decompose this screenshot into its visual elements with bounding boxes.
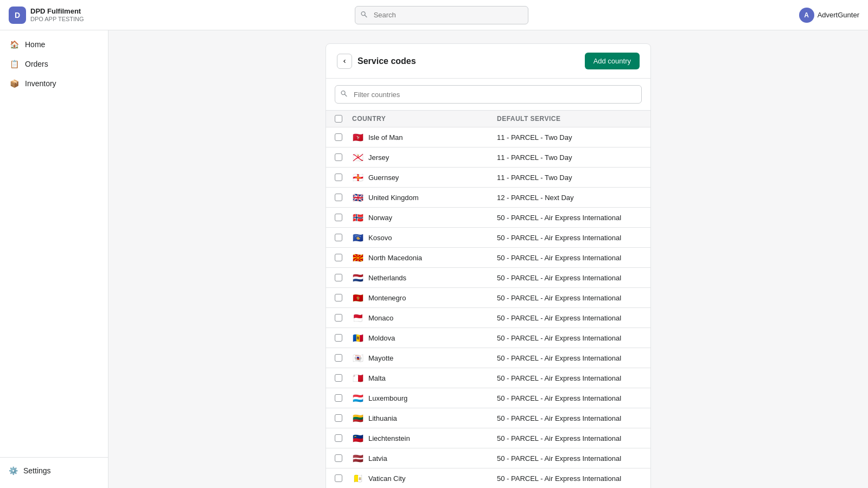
table-row: 🇬🇬 Guernsey 11 - PARCEL - Two Day: [326, 168, 650, 188]
orders-icon: 📋: [9, 59, 20, 69]
flag-icon-0: 🇮🇲: [352, 133, 364, 142]
sidebar-item-orders[interactable]: 📋 Orders: [0, 54, 108, 74]
row-checkbox-cell-5: [335, 234, 352, 241]
filter-search-icon: [340, 90, 348, 99]
topbar-search: [355, 6, 528, 24]
sidebar-nav: 🏠 Home 📋 Orders 📦 Inventory: [0, 35, 108, 93]
service-cell-7: 50 - PARCEL - Air Express International: [497, 274, 642, 282]
row-checkbox-cell-0: [335, 133, 352, 141]
inventory-icon: 📦: [9, 78, 20, 89]
flag-icon-11: 🇾🇹: [352, 354, 364, 362]
service-value-10: 50 - PARCEL - Air Express International: [497, 334, 621, 342]
service-value-0: 11 - PARCEL - Two Day: [497, 133, 572, 142]
table-row: 🇲🇪 Montenegro 50 - PARCEL - Air Express …: [326, 288, 650, 308]
row-checkbox-14[interactable]: [335, 414, 342, 422]
row-checkbox-cell-13: [335, 394, 352, 402]
service-value-11: 50 - PARCEL - Air Express International: [497, 354, 621, 362]
service-value-15: 50 - PARCEL - Air Express International: [497, 434, 621, 442]
flag-icon-9: 🇲🇨: [352, 313, 364, 322]
search-input[interactable]: [355, 6, 528, 24]
country-table-body: 🇮🇲 Isle of Man 11 - PARCEL - Two Day 🇯🇪 …: [326, 127, 650, 488]
row-checkbox-17[interactable]: [335, 474, 342, 482]
table-row: 🇱🇻 Latvia 50 - PARCEL - Air Express Inte…: [326, 448, 650, 468]
row-checkbox-cell-11: [335, 354, 352, 362]
topbar-left: D DPD Fulfilment DPO APP TESTING: [9, 7, 84, 24]
country-name-5: Kosovo: [368, 234, 392, 242]
table-row: 🇱🇮 Liechtenstein 50 - PARCEL - Air Expre…: [326, 428, 650, 448]
row-checkbox-cell-15: [335, 434, 352, 442]
country-name-11: Mayotte: [368, 354, 393, 362]
main-content: Service codes Add country Country Defaul…: [108, 30, 868, 488]
add-country-button[interactable]: Add country: [585, 53, 640, 69]
account-avatar: A: [799, 8, 814, 23]
sidebar-items: 🏠 Home 📋 Orders 📦 Inventory: [0, 35, 108, 93]
row-checkbox-5[interactable]: [335, 234, 342, 241]
sidebar-item-home[interactable]: 🏠 Home: [0, 35, 108, 54]
select-all-checkbox[interactable]: [335, 115, 342, 123]
sidebar-bottom: ⚙️ Settings: [0, 457, 108, 484]
row-checkbox-11[interactable]: [335, 354, 342, 362]
row-checkbox-2[interactable]: [335, 174, 342, 181]
sidebar-item-settings[interactable]: ⚙️ Settings: [0, 462, 108, 479]
table-row: 🇮🇲 Isle of Man 11 - PARCEL - Two Day: [326, 127, 650, 147]
sidebar-label-orders: Orders: [25, 60, 48, 68]
row-checkbox-16[interactable]: [335, 454, 342, 462]
row-checkbox-13[interactable]: [335, 394, 342, 402]
service-cell-2: 11 - PARCEL - Two Day: [497, 174, 642, 182]
service-cell-5: 50 - PARCEL - Air Express International: [497, 234, 642, 242]
row-checkbox-9[interactable]: [335, 314, 342, 322]
flag-icon-14: 🇱🇹: [352, 414, 364, 422]
row-checkbox-cell-16: [335, 454, 352, 462]
country-name-0: Isle of Man: [368, 133, 403, 142]
service-value-5: 50 - PARCEL - Air Express International: [497, 234, 621, 242]
row-checkbox-0[interactable]: [335, 133, 342, 141]
row-checkbox-15[interactable]: [335, 434, 342, 442]
page-header: Service codes Add country: [326, 44, 650, 79]
back-button[interactable]: [337, 54, 352, 69]
page-header-left: Service codes: [337, 54, 416, 69]
country-name-13: Luxembourg: [368, 394, 407, 402]
country-cell-15: 🇱🇮 Liechtenstein: [352, 434, 497, 442]
account-name: AdvertGunter: [818, 11, 859, 19]
filter-countries-input[interactable]: [335, 85, 642, 104]
row-checkbox-7[interactable]: [335, 274, 342, 281]
sidebar-item-inventory[interactable]: 📦 Inventory: [0, 74, 108, 93]
flag-icon-4: 🇳🇴: [352, 213, 364, 222]
app-name-primary: DPD Fulfilment: [30, 7, 84, 16]
service-cell-14: 50 - PARCEL - Air Express International: [497, 414, 642, 422]
service-value-3: 12 - PARCEL - Next Day: [497, 194, 574, 202]
country-name-17: Vatican City: [368, 474, 405, 483]
row-checkbox-1[interactable]: [335, 153, 342, 161]
service-value-1: 11 - PARCEL - Two Day: [497, 153, 572, 162]
country-name-1: Jersey: [368, 153, 389, 162]
service-cell-9: 50 - PARCEL - Air Express International: [497, 314, 642, 322]
row-checkbox-4[interactable]: [335, 214, 342, 221]
row-checkbox-12[interactable]: [335, 374, 342, 382]
country-cell-11: 🇾🇹 Mayotte: [352, 354, 497, 362]
table-row: 🇻🇦 Vatican City 50 - PARCEL - Air Expres…: [326, 468, 650, 488]
service-cell-15: 50 - PARCEL - Air Express International: [497, 434, 642, 442]
row-checkbox-8[interactable]: [335, 294, 342, 301]
row-checkbox-cell-1: [335, 153, 352, 161]
service-cell-1: 11 - PARCEL - Two Day: [497, 153, 642, 162]
row-checkbox-3[interactable]: [335, 194, 342, 201]
row-checkbox-6[interactable]: [335, 254, 342, 261]
app-logo: D: [9, 7, 26, 24]
row-checkbox-cell-14: [335, 414, 352, 422]
row-checkbox-cell-9: [335, 314, 352, 322]
service-cell-16: 50 - PARCEL - Air Express International: [497, 454, 642, 463]
country-cell-0: 🇮🇲 Isle of Man: [352, 133, 497, 142]
topbar: D DPD Fulfilment DPO APP TESTING A Adver…: [0, 0, 868, 30]
country-name-15: Liechtenstein: [368, 434, 410, 442]
table-row: 🇳🇱 Netherlands 50 - PARCEL - Air Express…: [326, 268, 650, 288]
topbar-right: A AdvertGunter: [799, 8, 859, 23]
table-row: 🇳🇴 Norway 50 - PARCEL - Air Express Inte…: [326, 208, 650, 228]
service-cell-10: 50 - PARCEL - Air Express International: [497, 334, 642, 342]
service-value-2: 11 - PARCEL - Two Day: [497, 174, 572, 182]
row-checkbox-10[interactable]: [335, 334, 342, 342]
account-badge[interactable]: A AdvertGunter: [799, 8, 859, 23]
flag-icon-13: 🇱🇺: [352, 394, 364, 402]
country-cell-6: 🇲🇰 North Macedonia: [352, 253, 497, 262]
country-name-16: Latvia: [368, 454, 387, 463]
country-cell-1: 🇯🇪 Jersey: [352, 153, 497, 162]
